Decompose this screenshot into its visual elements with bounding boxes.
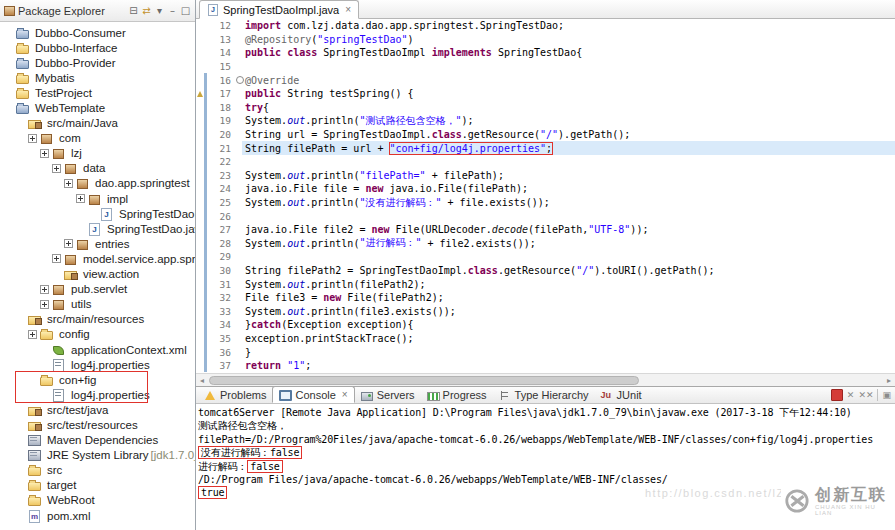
console-tab-progress[interactable]: Progress: [421, 387, 493, 403]
tree-item[interactable]: src/main/Java: [0, 116, 195, 131]
code-line[interactable]: 13@Repository("springTestDao"): [196, 33, 895, 47]
code-line[interactable]: 18 try{: [196, 101, 895, 115]
console-tab-junit[interactable]: JUnit: [595, 387, 648, 403]
tree-item[interactable]: com: [0, 131, 195, 146]
scroll-right-arrow-icon[interactable]: ▸: [883, 375, 895, 386]
expand-handle-icon[interactable]: [76, 194, 85, 203]
console-tab-console[interactable]: Console×: [272, 386, 354, 403]
code-line[interactable]: 23 System.out.println("filePath=" + file…: [196, 169, 895, 183]
tree-item[interactable]: view.action: [0, 267, 195, 282]
terminate-icon[interactable]: [831, 389, 843, 401]
remove-all-launches-icon[interactable]: ✕✕: [858, 390, 873, 400]
console-tab-type-hierarchy[interactable]: Type Hierarchy: [493, 387, 595, 403]
tree-item[interactable]: applicationContext.xml: [0, 342, 195, 357]
tree-item[interactable]: Mybatis: [0, 70, 195, 85]
junit-icon: [601, 390, 613, 401]
code-line[interactable]: 29: [196, 250, 895, 264]
tree-item[interactable]: lzj: [0, 146, 195, 161]
code-line[interactable]: 36 }: [196, 345, 895, 359]
expand-handle-icon[interactable]: [28, 134, 37, 143]
tree-item[interactable]: model.service.app.spring: [0, 251, 195, 266]
expand-handle-icon[interactable]: [28, 330, 37, 339]
code-line[interactable]: 32 File file3 = new File(filePath2);: [196, 291, 895, 305]
code-token: exception.printStackTrace();: [245, 333, 414, 344]
tree-item[interactable]: src: [0, 463, 195, 478]
override-marker-icon: [196, 87, 204, 101]
code-line[interactable]: 17 public String testSpring() {: [196, 87, 895, 101]
expand-handle-icon[interactable]: [40, 149, 49, 158]
scrollbar-thumb[interactable]: [209, 376, 639, 385]
code-line[interactable]: 15: [196, 60, 895, 74]
code-line[interactable]: 12import com.lzj.data.dao.app.springtest…: [196, 19, 895, 33]
code-token: .println(: [305, 197, 359, 208]
code-editor[interactable]: 12import com.lzj.data.dao.app.springtest…: [196, 19, 895, 373]
tree-item[interactable]: src/test/java: [0, 402, 195, 417]
tree-item[interactable]: log4j.properties: [0, 357, 195, 372]
code-line[interactable]: 34 }catch(Exception exception){: [196, 318, 895, 332]
tree-item[interactable]: con+fig: [0, 372, 195, 387]
tree-item[interactable]: Maven Dependencies: [0, 433, 195, 448]
link-with-editor-icon[interactable]: ⇄: [140, 5, 153, 16]
code-line[interactable]: 33 System.out.println(file3.exists());: [196, 304, 895, 318]
tree-item[interactable]: JRE System Library [jdk1.7.0_79]: [0, 448, 195, 463]
code-line[interactable]: 31 System.out.println(filePath2);: [196, 277, 895, 291]
tree-item[interactable]: SpringTestDao.java: [0, 221, 195, 236]
tree-item[interactable]: TestProject: [0, 85, 195, 100]
expand-handle-icon[interactable]: [40, 300, 49, 309]
code-line[interactable]: 27 java.io.File file2 = new File(URLDeco…: [196, 223, 895, 237]
pin-console-icon[interactable]: ▣: [882, 390, 891, 400]
maximize-icon[interactable]: □: [179, 5, 192, 16]
expand-handle-icon[interactable]: [64, 239, 73, 248]
expand-handle-icon[interactable]: [40, 285, 49, 294]
tree-item[interactable]: SpringTestDaoIm: [0, 206, 195, 221]
expand-handle-icon[interactable]: [52, 164, 61, 173]
tree-item[interactable]: WebRoot: [0, 493, 195, 508]
tree-item[interactable]: entries: [0, 236, 195, 251]
expand-handle-icon[interactable]: [64, 179, 73, 188]
tree-item[interactable]: Dubbo-Interface: [0, 40, 195, 55]
close-tab-icon[interactable]: ×: [342, 389, 348, 400]
tree-item[interactable]: pom.xml: [0, 508, 195, 523]
code-line[interactable]: 26: [196, 209, 895, 223]
tree-item[interactable]: WebTemplate: [0, 100, 195, 115]
code-line[interactable]: 24 java.io.File file = new java.io.File(…: [196, 182, 895, 196]
console-tab-problems[interactable]: Problems: [198, 387, 272, 403]
code-line[interactable]: 30 String filePath2 = SpringTestDaoImpl.…: [196, 264, 895, 278]
editor-horizontal-scrollbar[interactable]: ◂ ▸: [196, 373, 895, 386]
tree-item[interactable]: log4j.properties: [0, 387, 195, 402]
code-token: out: [287, 197, 305, 208]
remove-launch-icon[interactable]: ✕: [847, 390, 855, 400]
collapse-all-icon[interactable]: ⊟: [127, 5, 140, 16]
expand-handle-icon[interactable]: [52, 254, 61, 263]
code-line[interactable]: 14public class SpringTestDaoImpl impleme…: [196, 46, 895, 60]
close-tab-icon[interactable]: ×: [345, 4, 351, 15]
tree-item[interactable]: config: [0, 327, 195, 342]
code-line[interactable]: 25 System.out.println("没有进行解码：" + file.e…: [196, 196, 895, 210]
tree-item[interactable]: dao.app.springtest: [0, 176, 195, 191]
code-line[interactable]: 19 System.out.println("测试路径包含空格，");: [196, 114, 895, 128]
tree-item[interactable]: pub.servlet: [0, 282, 195, 297]
tree-item[interactable]: data: [0, 161, 195, 176]
code-line[interactable]: 21 String filePath = url + "con+fig/log4…: [196, 141, 895, 155]
code-line[interactable]: 20 String url = SpringTestDaoImpl.class.…: [196, 128, 895, 142]
minimize-icon[interactable]: –: [166, 5, 179, 16]
code-line[interactable]: 16 @Override: [196, 73, 895, 87]
tree-item[interactable]: src/main/resources: [0, 312, 195, 327]
console-tab-servers[interactable]: Servers: [355, 387, 421, 403]
tree-item[interactable]: target: [0, 478, 195, 493]
tree-item[interactable]: src/test/resources: [0, 417, 195, 432]
view-menu-icon[interactable]: ▾: [153, 5, 166, 16]
code-line[interactable]: 28 System.out.println("进行解码：" + file2.ex…: [196, 237, 895, 251]
code-line[interactable]: 37 return "1";: [196, 359, 895, 373]
tree-item[interactable]: Dubbo-Provider: [0, 55, 195, 70]
marker-column: [196, 128, 204, 142]
editor-tab[interactable]: SpringTestDaoImpl.java ×: [199, 0, 359, 19]
tree-item[interactable]: impl: [0, 191, 195, 206]
scroll-left-arrow-icon[interactable]: ◂: [196, 375, 208, 386]
tree-item[interactable]: Dubbo-Consumer: [0, 25, 195, 40]
tree-item[interactable]: utils: [0, 297, 195, 312]
code-line[interactable]: 22: [196, 155, 895, 169]
code-token: try: [245, 102, 263, 113]
code-token: catch: [251, 319, 281, 330]
code-line[interactable]: 35 exception.printStackTrace();: [196, 332, 895, 346]
